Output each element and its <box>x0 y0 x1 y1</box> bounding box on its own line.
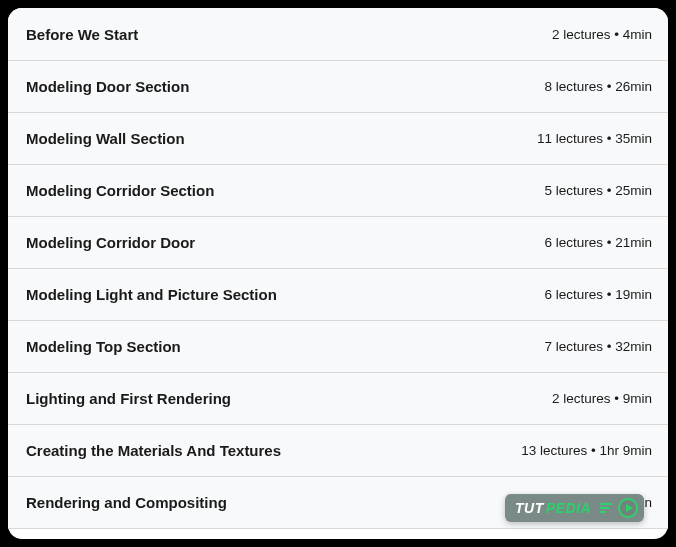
section-meta: 2 lectures • 4min <box>552 27 652 42</box>
section-title: Before We Start <box>26 26 138 43</box>
section-meta: 2 lectures • 9min <box>552 391 652 406</box>
section-row[interactable]: Modeling Top Section 7 lectures • 32min <box>8 321 668 373</box>
section-title: Modeling Wall Section <box>26 130 185 147</box>
section-meta: 13 lectures • 1hr 9min <box>521 443 652 458</box>
section-title: Rendering and Compositing <box>26 494 227 511</box>
section-row[interactable]: Before We Start 2 lectures • 4min <box>8 8 668 61</box>
section-meta: 5 lectures • 25min <box>544 183 652 198</box>
section-title: Lighting and First Rendering <box>26 390 231 407</box>
section-meta: 11 lectures • 35min <box>537 131 652 146</box>
section-row[interactable]: Modeling Corridor Door 6 lectures • 21mi… <box>8 217 668 269</box>
section-title: Modeling Door Section <box>26 78 189 95</box>
section-title: Modeling Corridor Section <box>26 182 214 199</box>
section-title: Modeling Corridor Door <box>26 234 195 251</box>
badge-pedia: PEDIA <box>546 500 591 516</box>
section-meta: 8 lectures • 26min <box>544 79 652 94</box>
play-icon <box>618 498 638 518</box>
section-meta: 6 lectures • 19min <box>544 287 652 302</box>
section-title: Creating the Materials And Textures <box>26 442 281 459</box>
section-row[interactable]: Modeling Wall Section 11 lectures • 35mi… <box>8 113 668 165</box>
section-row[interactable]: Lighting and First Rendering 2 lectures … <box>8 373 668 425</box>
badge-tut: TUT <box>515 500 544 516</box>
section-row[interactable]: Creating the Materials And Textures 13 l… <box>8 425 668 477</box>
section-list: Before We Start 2 lectures • 4min Modeli… <box>8 8 668 529</box>
badge-text: TUT PEDIA <box>515 500 591 516</box>
section-title: Modeling Top Section <box>26 338 181 355</box>
section-row[interactable]: Modeling Corridor Section 5 lectures • 2… <box>8 165 668 217</box>
section-row[interactable]: Modeling Door Section 8 lectures • 26min <box>8 61 668 113</box>
tutpedia-badge[interactable]: TUT PEDIA <box>505 494 644 522</box>
section-meta: 6 lectures • 21min <box>544 235 652 250</box>
section-row[interactable]: Modeling Light and Picture Section 6 lec… <box>8 269 668 321</box>
speed-lines-icon <box>600 503 612 513</box>
section-meta: 7 lectures • 32min <box>544 339 652 354</box>
section-title: Modeling Light and Picture Section <box>26 286 277 303</box>
course-sections-card: Before We Start 2 lectures • 4min Modeli… <box>8 8 668 539</box>
